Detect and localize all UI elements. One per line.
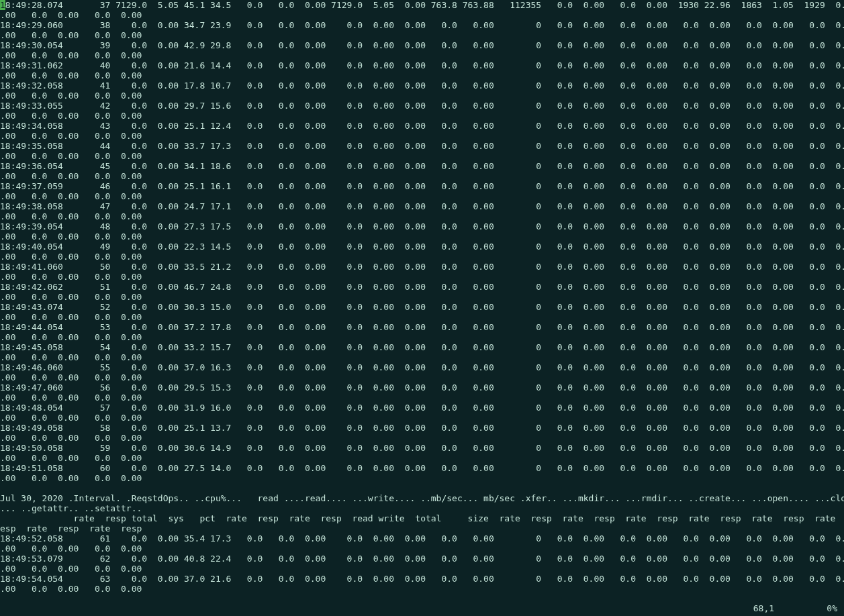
scroll-percent: 0% xyxy=(827,603,837,613)
cursor-position: 68,1 xyxy=(753,603,774,613)
editor-status-line: 68,1 0% xyxy=(743,593,837,613)
terminal-output[interactable]: 18:49:28.074 37 7129.0 5.05 45.1 34.5 0.… xyxy=(0,0,844,594)
